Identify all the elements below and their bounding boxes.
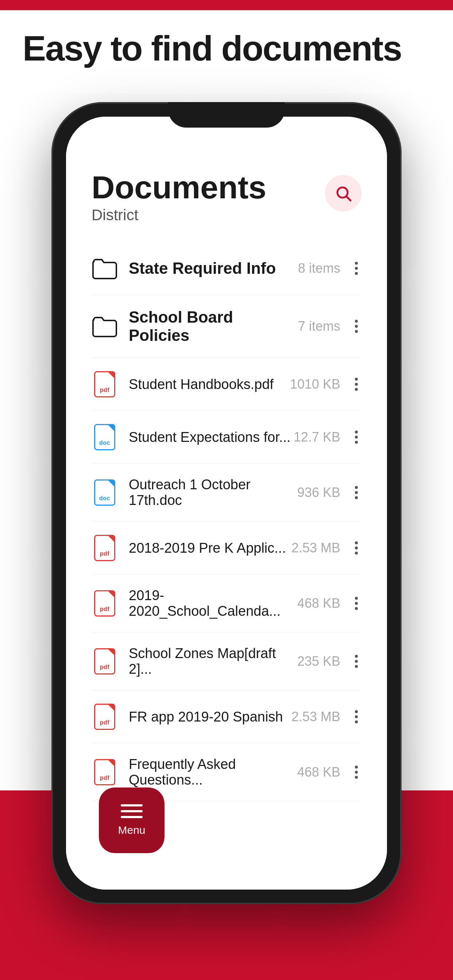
list-item[interactable]: pdf2019-2020_School_Calenda...468 KB [91, 574, 362, 633]
menu-button[interactable]: Menu [99, 788, 164, 853]
item-meta: 12.7 KB [293, 430, 340, 445]
doc-file-icon: doc [94, 424, 115, 450]
list-item[interactable]: State Required Info8 items [91, 242, 362, 295]
list-item[interactable]: pdfSchool Zones Map[draft 2]...235 KB [91, 633, 362, 690]
item-more-button[interactable] [351, 651, 362, 671]
pdf-icon: pdf [91, 535, 118, 561]
pdf-file-icon: pdf [94, 648, 115, 675]
phone-outer-shell: Documents District State Required Info8 … [51, 102, 402, 904]
pdf-file-icon: pdf [94, 759, 115, 785]
list-item[interactable]: School Board Policies7 items [91, 295, 362, 358]
pdf-file-icon: pdf [94, 704, 115, 730]
item-meta: 7 items [298, 319, 340, 334]
doc-icon: doc [91, 424, 118, 450]
pdf-file-icon: pdf [94, 590, 115, 617]
item-name: Student Expectations for... [129, 430, 293, 445]
item-more-button[interactable] [351, 427, 362, 447]
phone-notch [168, 102, 285, 127]
doc-file-icon: doc [94, 479, 115, 506]
item-name: School Zones Map[draft 2]... [129, 646, 297, 677]
documents-subtitle: District [91, 206, 362, 224]
item-more-button[interactable] [351, 762, 362, 783]
pdf-icon: pdf [91, 759, 118, 785]
item-more-button[interactable] [351, 538, 362, 558]
folder-icon [91, 313, 118, 339]
top-status-bar [0, 0, 453, 10]
pdf-icon: pdf [91, 590, 118, 617]
item-more-button[interactable] [351, 482, 362, 503]
item-name: 2019-2020_School_Calenda... [129, 588, 297, 619]
item-name: State Required Info [129, 259, 298, 277]
list-item[interactable]: pdf2018-2019 Pre K Applic...2.53 MB [91, 522, 362, 574]
phone-mockup: Documents District State Required Info8 … [51, 102, 402, 904]
list-item[interactable]: pdfStudent Handbooks.pdf1010 KB [91, 358, 362, 411]
list-item[interactable]: docOutreach 1 October 17th.doc936 KB [91, 464, 362, 522]
pdf-icon: pdf [91, 648, 118, 675]
item-more-button[interactable] [351, 316, 362, 337]
doc-icon: doc [91, 479, 118, 506]
item-meta: 468 KB [297, 765, 340, 780]
item-name: Student Handbooks.pdf [129, 377, 290, 392]
page-heading: Easy to find documents [22, 29, 402, 68]
item-more-button[interactable] [351, 374, 362, 395]
item-name: FR app 2019-20 Spanish [129, 709, 292, 725]
item-name: Frequently Asked Questions... [129, 757, 297, 788]
pdf-icon: pdf [91, 371, 118, 398]
item-meta: 8 items [298, 261, 340, 276]
folder-icon [91, 255, 118, 282]
item-meta: 468 KB [297, 596, 340, 611]
item-more-button[interactable] [351, 258, 362, 278]
list-item[interactable]: pdfFR app 2019-20 Spanish2.53 MB [91, 690, 362, 743]
item-name: Outreach 1 October 17th.doc [129, 477, 297, 508]
item-name: 2018-2019 Pre K Applic... [129, 540, 292, 556]
folder-svg [92, 315, 117, 337]
screen-content: Documents District State Required Info8 … [66, 117, 387, 889]
pdf-file-icon: pdf [94, 371, 115, 398]
phone-screen: Documents District State Required Info8 … [66, 117, 387, 889]
item-more-button[interactable] [351, 593, 362, 614]
item-meta: 1010 KB [290, 377, 340, 392]
list-item[interactable]: docStudent Expectations for...12.7 KB [91, 411, 362, 464]
folder-svg [92, 258, 117, 279]
item-meta: 235 KB [297, 654, 340, 669]
search-button[interactable] [325, 175, 362, 212]
pdf-icon: pdf [91, 704, 118, 730]
documents-list: State Required Info8 items School Board … [91, 242, 362, 801]
item-meta: 936 KB [297, 485, 340, 500]
item-name: School Board Policies [129, 308, 298, 345]
search-icon [335, 185, 352, 202]
item-more-button[interactable] [351, 706, 362, 727]
menu-icon [121, 804, 143, 818]
pdf-file-icon: pdf [94, 535, 115, 561]
svg-line-1 [346, 197, 351, 200]
item-meta: 2.53 MB [292, 540, 340, 555]
documents-title: Documents [91, 171, 362, 204]
menu-label: Menu [118, 824, 145, 836]
item-meta: 2.53 MB [292, 709, 340, 724]
